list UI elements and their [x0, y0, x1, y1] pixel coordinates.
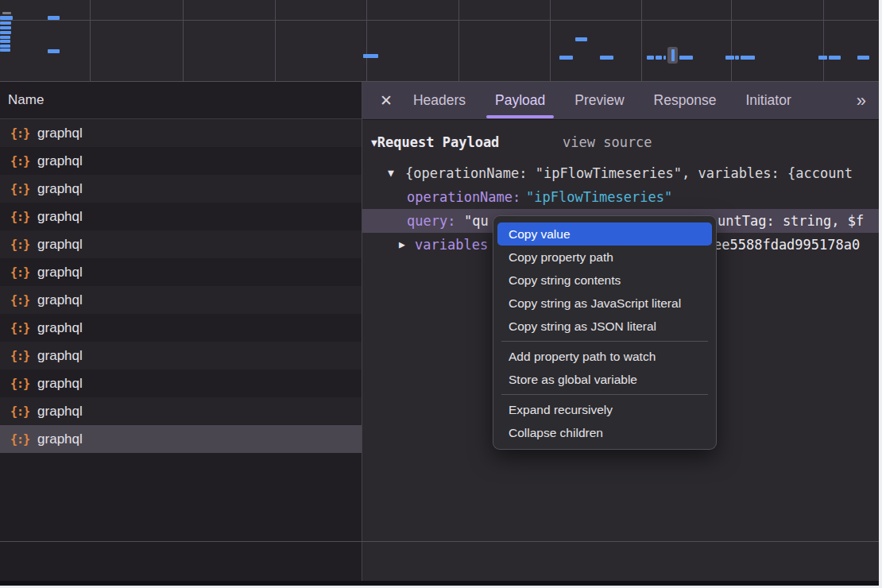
menu-separator: [501, 394, 708, 395]
request-name-label: graphql: [37, 431, 83, 447]
request-rows: {:}graphql{:}graphql{:}graphql{:}graphql…: [0, 119, 362, 453]
overview-gridline: [458, 0, 459, 81]
request-name-label: graphql: [37, 376, 83, 392]
request-row[interactable]: {:}graphql: [0, 397, 362, 425]
property-value-left: "qu: [464, 209, 489, 233]
json-request-icon: {:}: [10, 238, 29, 252]
request-row[interactable]: {:}graphql: [0, 342, 362, 369]
request-name-label: graphql: [37, 153, 83, 169]
summary-bar-divider: [0, 541, 879, 542]
overview-gridline: [275, 0, 276, 81]
menu-item-collapse-children[interactable]: Collapse children: [497, 421, 712, 444]
request-row[interactable]: {:}graphql: [0, 258, 362, 286]
property-key: variables: [415, 233, 488, 257]
request-timing-bar: [600, 56, 613, 60]
request-name-label: graphql: [37, 181, 83, 197]
menu-item-copy-string-contents[interactable]: Copy string contents: [497, 269, 712, 292]
name-column-header[interactable]: Name: [0, 82, 362, 119]
request-row[interactable]: {:}graphql: [0, 175, 362, 203]
network-overview-timeline[interactable]: [0, 0, 879, 82]
request-timing-bar: [48, 49, 60, 53]
json-request-icon: {:}: [10, 404, 29, 419]
property-value: "ipFlowTimeseries": [526, 185, 672, 209]
request-row[interactable]: {:}graphql: [0, 286, 362, 314]
json-request-icon: {:}: [10, 349, 29, 363]
expand-triangle-icon[interactable]: ▶: [399, 233, 405, 257]
json-request-icon: {:}: [10, 321, 29, 335]
overview-gridline: [823, 0, 824, 81]
request-name-label: graphql: [37, 237, 83, 253]
menu-separator: [501, 341, 708, 342]
tree-row-operation-name[interactable]: operationName: "ipFlowTimeseries": [362, 185, 879, 209]
request-timing-bar: [725, 56, 734, 60]
property-key: operationName:: [407, 185, 520, 209]
request-row[interactable]: {:}graphql: [0, 314, 362, 342]
json-request-icon: {:}: [10, 432, 29, 447]
json-request-icon: {:}: [10, 377, 29, 391]
request-timing-bar: [818, 56, 827, 60]
menu-item-add-property-path-to-watch[interactable]: Add property path to watch: [497, 345, 712, 368]
menu-item-copy-string-as-json-literal[interactable]: Copy string as JSON literal: [497, 315, 712, 338]
request-timing-bar: [0, 44, 10, 48]
property-key: query:: [407, 209, 455, 233]
request-payload-section-header: ▼ Request Payload: [362, 130, 499, 155]
request-timing-bar: [656, 56, 662, 60]
request-timing-bar: [48, 16, 60, 20]
request-name-label: graphql: [37, 320, 83, 336]
request-timing-bar: [575, 37, 587, 41]
json-request-icon: {:}: [10, 126, 29, 141]
name-column-label: Name: [8, 92, 44, 108]
tree-row-object-preview[interactable]: ▼ {operationName: "ipFlowTimeseries", va…: [362, 161, 879, 185]
request-timing-bar: [0, 16, 13, 20]
request-timing-bar: [0, 31, 11, 34]
request-row[interactable]: {:}graphql: [0, 369, 362, 397]
collapse-triangle-icon[interactable]: ▼: [371, 137, 377, 149]
request-timing-bar: [679, 56, 693, 60]
request-timing-bar: [363, 54, 378, 58]
view-source-link[interactable]: view source: [563, 130, 652, 155]
request-timing-bar: [559, 56, 573, 60]
request-name-label: graphql: [37, 404, 83, 420]
menu-item-copy-string-as-javascript-literal[interactable]: Copy string as JavaScript literal: [497, 292, 712, 315]
overview-hover-marker: [667, 47, 678, 64]
collapse-triangle-icon[interactable]: ▼: [388, 161, 394, 185]
json-request-icon: {:}: [10, 293, 29, 308]
overview-gridline: [366, 0, 367, 81]
request-row[interactable]: {:}graphql: [0, 230, 362, 258]
menu-item-store-as-global-variable[interactable]: Store as global variable: [497, 368, 712, 391]
request-timing-bar: [741, 56, 755, 60]
request-row[interactable]: {:}graphql: [0, 119, 362, 147]
request-row[interactable]: {:}graphql: [0, 425, 362, 453]
overview-gridline: [183, 0, 184, 81]
request-row[interactable]: {:}graphql: [0, 203, 362, 230]
request-timing-bar: [0, 26, 11, 29]
overview-hover-marker-bar: [671, 49, 675, 61]
overview-gridline: [641, 0, 642, 81]
json-request-icon: {:}: [10, 210, 29, 224]
overview-gridline: [731, 0, 732, 81]
window-bottom-edge: [0, 581, 879, 586]
menu-item-expand-recursively[interactable]: Expand recursively: [497, 398, 712, 421]
request-name-label: graphql: [37, 265, 83, 280]
menu-item-copy-property-path[interactable]: Copy property path: [497, 246, 712, 269]
request-timing-bar: [0, 36, 10, 39]
request-timing-bar: [829, 56, 841, 60]
request-timing-bar: [2, 12, 11, 14]
context-menu: Copy valueCopy property pathCopy string …: [493, 215, 717, 450]
object-preview-text: {operationName: "ipFlowTimeseries", vari…: [405, 161, 853, 185]
overview-gridline: [550, 0, 551, 81]
property-value-right: untTag: string, $f: [718, 209, 864, 233]
overview-gridline: [90, 0, 91, 81]
request-timing-bar: [647, 56, 654, 60]
request-timing-bar: [0, 40, 10, 43]
request-row[interactable]: {:}graphql: [0, 147, 362, 175]
request-name-label: graphql: [37, 209, 83, 225]
json-request-icon: {:}: [10, 182, 29, 196]
json-request-icon: {:}: [10, 265, 29, 280]
property-value-right: ee5588fdad995178a0: [714, 233, 860, 257]
request-timing-bar: [663, 56, 666, 60]
request-timing-bar: [0, 21, 11, 25]
menu-item-copy-value[interactable]: Copy value: [497, 222, 712, 246]
request-name-label: graphql: [37, 126, 83, 141]
request-timing-bar: [857, 56, 869, 60]
